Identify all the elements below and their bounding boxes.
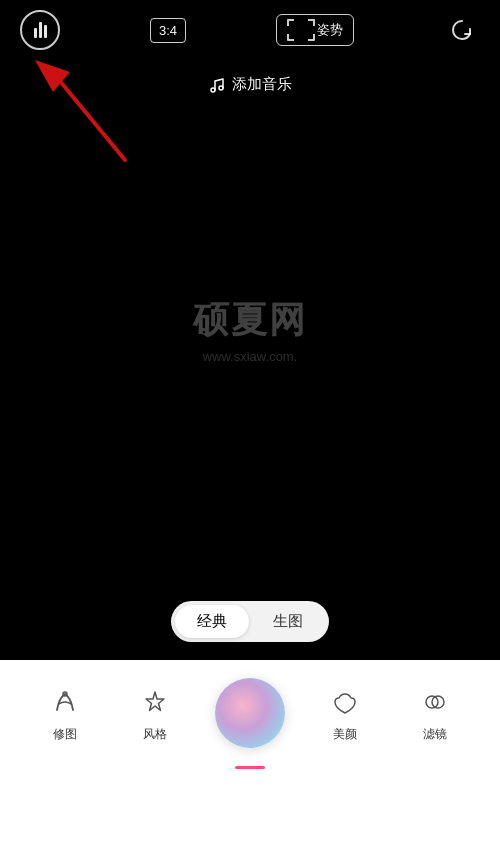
add-music-label: 添加音乐 (232, 75, 292, 94)
flip-camera-button[interactable] (444, 12, 480, 48)
pose-label: 姿势 (317, 21, 343, 39)
top-bar: 3:4 姿势 (0, 0, 500, 60)
watermark-url-text: www.sxiaw.com. (193, 349, 307, 364)
beauty-icon (327, 684, 363, 720)
refresh-icon (448, 16, 476, 44)
toolbar-item-beauty[interactable]: 美颜 (310, 684, 380, 743)
toolbar-item-center[interactable] (210, 678, 290, 748)
filter-icon (417, 684, 453, 720)
mode-tabs: 经典 生图 (171, 601, 329, 642)
bars-icon (34, 22, 47, 38)
toolbar-item-filter[interactable]: 滤镜 (400, 684, 470, 743)
bottom-toolbar: 修图 风格 美颜 (0, 660, 500, 849)
beauty-label: 美颜 (333, 726, 357, 743)
center-orb[interactable] (215, 678, 285, 748)
ratio-button[interactable]: 3:4 (150, 18, 186, 43)
mode-tab-classic[interactable]: 经典 (175, 605, 249, 638)
watermark-main-text: 硕夏网 (193, 296, 307, 345)
style-label: 风格 (143, 726, 167, 743)
svg-line-2 (55, 75, 125, 160)
pose-frame-icon (287, 19, 315, 41)
active-indicator-line (235, 766, 265, 769)
watermark-area: 硕夏网 www.sxiaw.com. (193, 296, 307, 364)
toolbar-item-style[interactable]: 风格 (120, 684, 190, 743)
toolbar-buttons: 修图 风格 美颜 (0, 660, 500, 758)
svg-point-1 (219, 86, 223, 90)
mode-tab-live[interactable]: 生图 (251, 605, 325, 638)
menu-button[interactable] (20, 10, 60, 50)
add-music-button[interactable]: 添加音乐 (208, 75, 292, 94)
ratio-label: 3:4 (159, 23, 177, 38)
retouch-label: 修图 (53, 726, 77, 743)
toolbar-item-retouch[interactable]: 修图 (30, 684, 100, 743)
red-arrow-annotation (25, 50, 145, 180)
music-note-icon (208, 76, 226, 94)
camera-viewfinder: 3:4 姿势 添加音乐 (0, 0, 500, 660)
style-icon (137, 684, 173, 720)
svg-point-0 (211, 88, 215, 92)
retouch-icon (47, 684, 83, 720)
pose-button[interactable]: 姿势 (276, 14, 354, 46)
filter-label: 滤镜 (423, 726, 447, 743)
